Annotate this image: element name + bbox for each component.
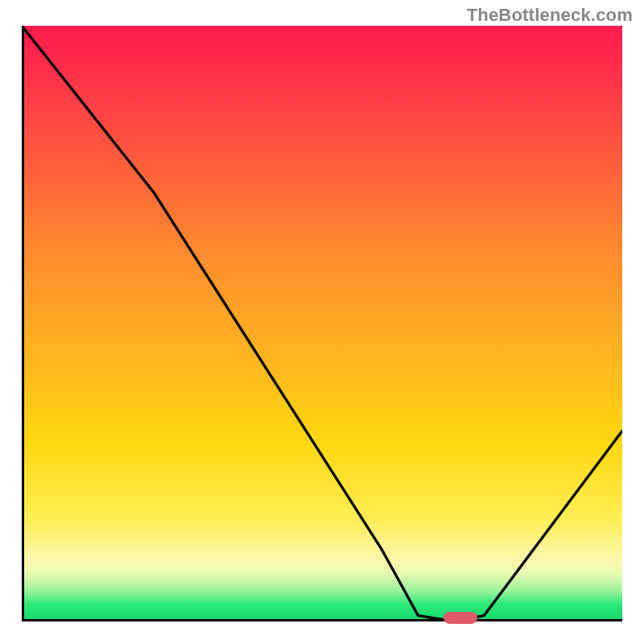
watermark-text: TheBottleneck.com: [467, 5, 633, 26]
bottleneck-curve-path: [22, 26, 622, 621]
bottleneck-curve: [22, 26, 622, 621]
optimal-marker: [444, 612, 477, 624]
chart-area: [22, 26, 622, 621]
